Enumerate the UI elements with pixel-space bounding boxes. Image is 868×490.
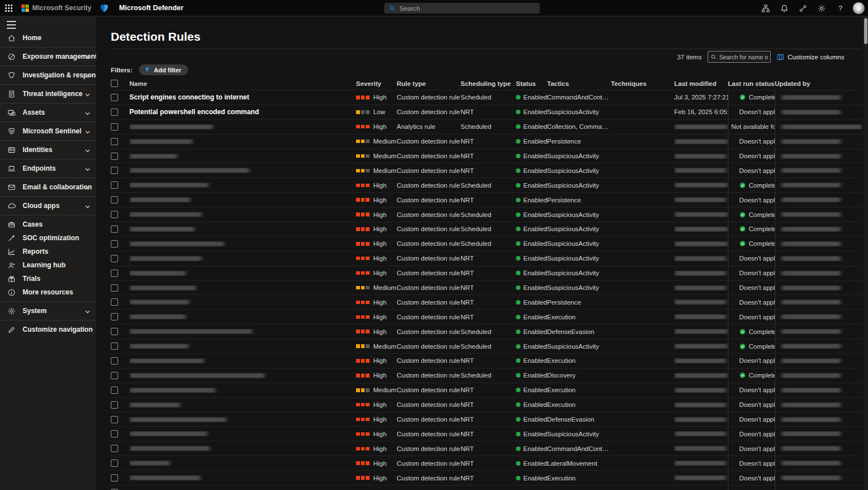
sidebar-item-label: SOC optimization	[23, 234, 79, 242]
row-checkbox[interactable]	[111, 94, 118, 101]
sidebar-navigation: HomeExposure managementInvestigation & r…	[0, 16, 96, 490]
rule-type-cell: Custom detection rule	[397, 284, 461, 291]
table-row: HighCustom detection ruleScheduledEnable…	[111, 368, 862, 383]
sidebar-item-system[interactable]: System	[0, 304, 96, 318]
grid-search-box[interactable]	[708, 51, 771, 63]
sidebar-item-cloud-apps[interactable]: Cloud apps	[0, 199, 96, 213]
global-search-input[interactable]	[400, 5, 535, 12]
sidebar-item-cases[interactable]: Cases	[0, 218, 96, 231]
feedback-icon[interactable]	[797, 2, 809, 15]
row-checkbox[interactable]	[111, 328, 118, 335]
row-checkbox[interactable]	[111, 109, 118, 116]
updated-by-redacted	[782, 300, 841, 305]
row-checkbox[interactable]	[111, 270, 118, 277]
row-checkbox[interactable]	[111, 226, 118, 233]
hamburger-menu-icon[interactable]	[7, 21, 16, 29]
row-checkbox[interactable]	[111, 196, 118, 203]
tactics-value: Execution	[547, 387, 576, 393]
sidebar-item-customize-navigation[interactable]: Customize navigation	[0, 323, 96, 336]
sidebar-item-reports[interactable]: Reports	[0, 245, 96, 258]
severity-label: Medium	[374, 387, 397, 393]
row-checkbox[interactable]	[111, 342, 118, 350]
scrollbar-thumb[interactable]	[864, 18, 867, 44]
row-checkbox[interactable]	[111, 430, 118, 437]
sidebar-item-endpoints[interactable]: Endpoints	[0, 162, 96, 175]
row-checkbox[interactable]	[111, 313, 118, 320]
row-checkbox[interactable]	[111, 181, 118, 189]
column-header-severity[interactable]: Severity	[356, 80, 397, 87]
sidebar-item-learning-hub[interactable]: Learning hub	[0, 258, 96, 272]
sidebar-item-threat-intelligence[interactable]: Threat intelligence	[0, 87, 96, 101]
row-checkbox[interactable]	[111, 298, 118, 306]
sidebar-item-investigation-response[interactable]: Investigation & response	[0, 68, 96, 82]
row-checkbox[interactable]	[111, 372, 118, 379]
account-avatar[interactable]	[853, 2, 865, 14]
row-checkbox[interactable]	[111, 255, 118, 262]
sidebar-item-trials[interactable]: Trials	[0, 272, 96, 285]
directory-icon[interactable]	[760, 2, 772, 15]
scheduling-type-cell: NRT	[461, 153, 516, 159]
enabled-status-icon	[516, 432, 520, 436]
severity-indicator	[356, 432, 370, 436]
column-header-name[interactable]: Name	[129, 80, 356, 87]
updated-by-redacted	[782, 168, 841, 173]
status-label: Enabled	[523, 387, 547, 393]
status-cell: Enabled	[516, 284, 547, 291]
sidebar-item-identities[interactable]: Identities	[0, 143, 96, 157]
column-header-status[interactable]: Status	[516, 80, 547, 87]
sidebar-item-home[interactable]: Home	[0, 31, 96, 45]
rule-name-link[interactable]: Potential powershell encoded command	[129, 108, 259, 116]
tactics-value: Discovery	[547, 372, 575, 379]
tactics-value: LateralMovement	[547, 460, 597, 467]
row-checkbox[interactable]	[111, 474, 118, 482]
severity-label: High	[374, 255, 387, 262]
row-checkbox[interactable]	[111, 284, 118, 292]
help-icon[interactable]: ?	[834, 2, 847, 15]
settings-gear-icon[interactable]	[815, 2, 828, 15]
column-header-rule-type[interactable]: Rule type	[397, 80, 461, 87]
column-header-scheduling-type[interactable]: Scheduling type	[461, 80, 516, 87]
row-checkbox[interactable]	[111, 167, 118, 174]
sidebar-item-exposure-management[interactable]: Exposure management	[0, 50, 96, 63]
row-checkbox[interactable]	[111, 459, 118, 467]
table-row: HighCustom detection ruleScheduledEnable…	[111, 236, 862, 251]
add-filter-button[interactable]: Add filter	[139, 64, 188, 75]
rule-name-redacted	[129, 271, 186, 276]
sidebar-item-microsoft-sentinel[interactable]: Microsoft Sentinel	[0, 124, 96, 138]
row-checkbox[interactable]	[111, 357, 118, 365]
status-cell: Enabled	[516, 343, 547, 350]
row-checkbox[interactable]	[111, 153, 118, 160]
column-header-updated-by[interactable]: Updated by	[775, 80, 862, 87]
row-checkbox[interactable]	[111, 123, 118, 131]
row-checkbox[interactable]	[111, 401, 118, 409]
row-checkbox[interactable]	[111, 211, 118, 218]
sidebar-item-soc-optimization[interactable]: SOC optimization	[0, 231, 96, 245]
row-checkbox[interactable]	[111, 138, 118, 145]
global-search[interactable]	[384, 3, 540, 14]
status-cell: Enabled	[516, 255, 547, 262]
microsoft-security-logo[interactable]: Microsoft Security	[21, 4, 92, 12]
updated-by-redacted	[782, 241, 841, 246]
severity-label: Medium	[374, 284, 397, 291]
app-launcher-waffle-icon[interactable]	[0, 0, 17, 16]
tactics-value: SuspiciousActivity	[547, 153, 599, 159]
severity-indicator	[356, 301, 370, 305]
sidebar-divider	[0, 215, 96, 215]
row-checkbox[interactable]	[111, 387, 118, 394]
column-header-techniques[interactable]: Techniques	[611, 80, 674, 87]
customize-columns-button[interactable]: Customize columns	[776, 53, 844, 61]
column-header-tactics[interactable]: Tactics	[547, 80, 611, 87]
notifications-bell-icon[interactable]	[778, 2, 791, 15]
last-modified-redacted	[674, 314, 726, 319]
column-header-last-modified[interactable]: Last modified	[674, 80, 728, 87]
column-header-last-run-status[interactable]: Last run status	[728, 80, 775, 87]
sidebar-item-email-collaboration[interactable]: Email & collaboration	[0, 180, 96, 194]
row-checkbox[interactable]	[111, 445, 118, 452]
sidebar-item-more-resources[interactable]: More resources	[0, 285, 96, 299]
rule-name-link[interactable]: Script engines connecting to internet	[129, 93, 249, 101]
row-checkbox[interactable]	[111, 240, 118, 248]
grid-search-input[interactable]	[719, 54, 768, 60]
sidebar-item-assets[interactable]: Assets	[0, 106, 96, 119]
select-all-checkbox[interactable]	[111, 80, 118, 87]
row-checkbox[interactable]	[111, 416, 118, 423]
